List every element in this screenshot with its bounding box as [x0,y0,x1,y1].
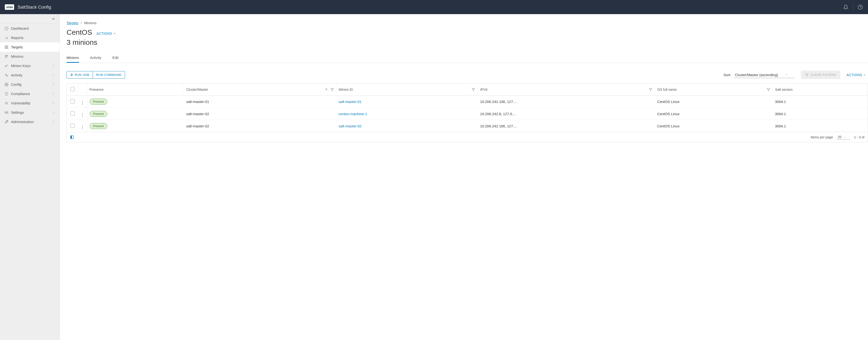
sidebar-item-settings[interactable]: Settings [0,108,60,117]
row-checkbox[interactable] [70,111,75,116]
chevron-right-icon [52,73,55,77]
sidebar-item-minion-keys[interactable]: Minion Keys [0,61,60,70]
run-command-button[interactable]: RUN COMMAND [93,71,125,79]
svg-point-0 [858,5,863,9]
select-all-checkbox[interactable] [70,87,75,91]
chevron-down-icon [114,32,116,35]
chevron-down-icon [785,73,788,76]
column-picker-icon[interactable] [70,135,74,139]
sidebar-item-label: Minions [11,54,55,58]
filter-icon[interactable] [472,88,475,91]
sort-select[interactable]: Cluster/Master (ascending) [734,72,795,78]
minion-id-link[interactable]: salt-master-01 [339,100,362,104]
chevron-down-icon [844,136,846,138]
sidebar-item-label: Dashboard [11,26,55,30]
grid-icon [4,45,9,49]
minion-id-link[interactable]: centos-machine-1 [339,112,367,116]
menu-header [78,84,87,96]
sidebar-item-config[interactable]: Config [0,80,60,89]
sidebar-item-minions[interactable]: Minions [0,52,60,61]
ipv4-cell: 10.206.242.8, 127.0.... [478,108,655,120]
row-menu-button[interactable] [82,101,83,105]
os-header[interactable]: OS full name [655,84,773,96]
tab-minions[interactable]: Minions [67,53,79,63]
top-bar: vmw SaltStack Config [0,0,868,14]
page-actions-label: ACTIONS [96,32,112,35]
table-row: Presentsalt-master-02salt-master-0210.20… [67,120,868,132]
svg-marker-36 [472,88,475,91]
sidebar-item-label: Targets [11,45,55,49]
svg-point-29 [5,112,5,113]
row-checkbox[interactable] [70,99,75,103]
os-cell: CentOS Linux [655,96,773,108]
chevron-right-icon [52,120,55,124]
clear-filters-button[interactable]: CLEAR FILTERS [801,71,840,79]
svg-marker-37 [649,88,652,91]
presence-badge: Present [90,123,107,129]
gauge-icon [4,26,9,31]
pagination-range: 1 - 3 of [854,135,864,139]
bar-chart-icon [4,36,9,40]
table-row: Presentsalt-master-01salt-master-0110.20… [67,96,868,108]
sidebar-item-administration[interactable]: Administration [0,117,60,126]
help-icon[interactable] [858,4,863,10]
svg-line-3 [6,28,7,29]
bug-icon [4,101,9,105]
row-menu-button[interactable] [82,125,83,129]
run-job-button[interactable]: RUN JOB [67,71,93,79]
sidebar-collapse-button[interactable] [0,14,60,24]
ipv4-header[interactable]: IPV4 [478,84,655,96]
sidebar-item-dashboard[interactable]: Dashboard [0,24,60,33]
minion-id-header[interactable]: Minion ID [336,84,478,96]
sidebar-item-targets[interactable]: Targets [0,42,60,52]
key-icon [4,64,9,68]
salt-version-header[interactable]: Salt version [773,84,868,96]
sidebar-item-compliance[interactable]: Compliance [0,89,60,98]
svg-point-13 [5,66,6,67]
filter-icon[interactable] [331,88,334,91]
toolbar: RUN JOB RUN COMMAND Sort: Cluster/Master… [67,71,868,79]
breadcrumb: Targets / Minions [67,21,868,25]
breadcrumb-separator: / [81,21,82,25]
sidebar-item-label: Settings [11,111,52,115]
cluster-header[interactable]: Cluster/Master [184,84,336,96]
presence-badge: Present [90,99,107,105]
svg-point-30 [6,112,7,113]
sidebar-item-reports[interactable]: Reports [0,33,60,42]
breadcrumb-current: Minions [84,21,96,25]
breadcrumb-root-link[interactable]: Targets [67,21,78,25]
sidebar-item-activity[interactable]: Activity [0,70,60,80]
filter-icon[interactable] [767,88,770,91]
app-title: SaltStack Config [18,5,51,10]
filter-icon[interactable] [649,88,652,91]
svg-rect-41 [71,136,71,138]
sidebar-item-vulnerability[interactable]: Vulnerability [0,98,60,108]
tab-edit[interactable]: Edit [112,53,119,63]
svg-point-17 [6,102,7,104]
svg-point-12 [7,55,8,56]
items-per-page-label: Items per page [810,135,833,139]
shield-icon [4,92,9,96]
cluster-cell: salt-master-02 [184,120,336,132]
row-menu-button[interactable] [82,113,83,117]
sidebar-item-label: Activity [11,73,52,77]
notifications-icon[interactable] [843,4,848,10]
table-row: Presentsalt-master-02centos-machine-110.… [67,108,868,120]
sliders-icon [4,111,9,115]
cluster-cell: salt-master-01 [184,96,336,108]
sort-value: Cluster/Master (ascending) [735,73,778,77]
minion-id-link[interactable]: salt-master-02 [339,124,362,128]
svg-point-16 [6,84,7,85]
activity-icon [4,73,9,78]
toolbar-actions-dropdown[interactable]: ACTIONS [846,73,866,77]
tab-activity[interactable]: Activity [90,53,101,63]
tabs: MinionsActivityEdit [67,53,868,63]
svg-marker-35 [331,88,334,91]
page-actions-dropdown[interactable]: ACTIONS [96,32,116,35]
presence-header[interactable]: Presence [87,84,184,96]
svg-line-15 [7,65,8,65]
ipv4-cell: 10.206.242.106, 127.... [478,96,655,108]
row-checkbox[interactable] [70,124,75,128]
page-title: CentOS [67,28,92,36]
items-per-page-select[interactable]: 20 [836,134,851,140]
